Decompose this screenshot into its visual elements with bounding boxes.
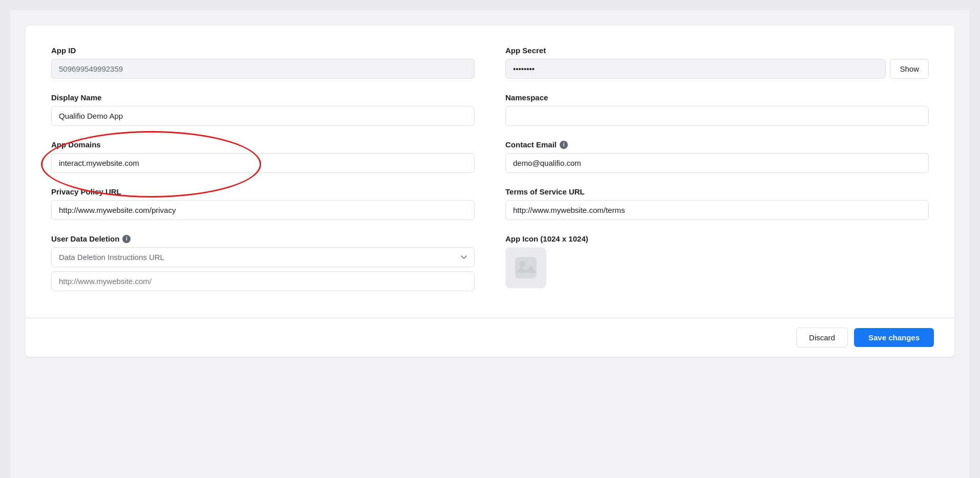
settings-card: App ID App Secret Show Display Name Name… (26, 26, 954, 357)
user-data-deletion-info-icon[interactable]: i (122, 235, 131, 243)
display-name-group: Display Name (51, 93, 475, 126)
contact-email-group: Contact Email i (505, 140, 929, 173)
secret-row: Show (505, 59, 929, 79)
app-domains-group: App Domains (51, 140, 475, 173)
namespace-input[interactable] (505, 106, 929, 126)
app-icon-label: App Icon (1024 x 1024) (505, 234, 929, 243)
show-secret-button[interactable]: Show (890, 59, 929, 79)
privacy-policy-input[interactable] (51, 200, 475, 220)
svg-rect-0 (515, 257, 537, 278)
app-secret-input[interactable] (505, 59, 886, 79)
save-changes-button[interactable]: Save changes (854, 328, 934, 347)
app-icon-placeholder[interactable] (505, 247, 546, 288)
terms-of-service-input[interactable] (505, 200, 929, 220)
app-icon-group: App Icon (1024 x 1024) (505, 234, 929, 291)
app-domains-label: App Domains (51, 140, 475, 149)
terms-of-service-label: Terms of Service URL (505, 187, 929, 196)
app-icon-svg (513, 255, 539, 280)
data-deletion-url-input[interactable] (51, 271, 475, 291)
contact-email-input[interactable] (505, 153, 929, 173)
app-secret-label: App Secret (505, 46, 929, 55)
app-id-label: App ID (51, 46, 475, 55)
action-bar: Discard Save changes (26, 318, 954, 357)
app-id-group: App ID (51, 46, 475, 79)
display-name-label: Display Name (51, 93, 475, 102)
form-grid: App ID App Secret Show Display Name Name… (51, 46, 929, 306)
namespace-group: Namespace (505, 93, 929, 126)
svg-point-1 (520, 262, 526, 268)
app-domains-input[interactable] (51, 153, 475, 173)
privacy-policy-group: Privacy Policy URL (51, 187, 475, 220)
contact-email-info-icon[interactable]: i (560, 141, 568, 149)
user-data-deletion-dropdown[interactable]: Data Deletion Instructions URL (51, 247, 475, 267)
user-data-deletion-label: User Data Deletion i (51, 234, 475, 243)
display-name-input[interactable] (51, 106, 475, 126)
user-data-deletion-group: User Data Deletion i Data Deletion Instr… (51, 234, 475, 291)
discard-button[interactable]: Discard (796, 328, 848, 347)
privacy-policy-label: Privacy Policy URL (51, 187, 475, 196)
terms-of-service-group: Terms of Service URL (505, 187, 929, 220)
app-secret-group: App Secret Show (505, 46, 929, 79)
contact-email-label: Contact Email i (505, 140, 929, 149)
namespace-label: Namespace (505, 93, 929, 102)
app-id-input[interactable] (51, 59, 475, 79)
data-deletion-url-row (51, 271, 475, 291)
